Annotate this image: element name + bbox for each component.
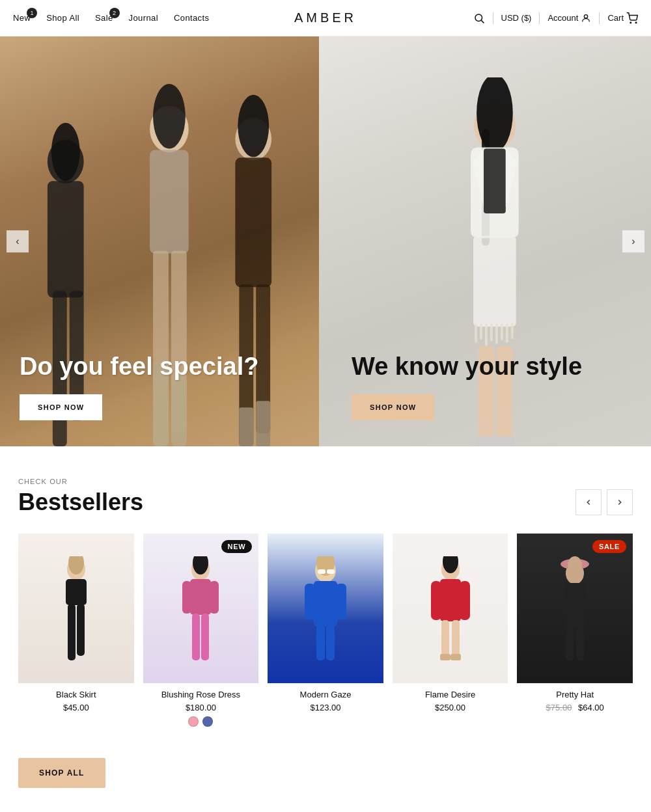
svg-rect-64: [327, 569, 335, 574]
product-price-2: $180.00: [143, 703, 259, 712]
product-image-wrap-2: NEW: [143, 534, 259, 684]
product-image-5: [517, 534, 633, 684]
svg-rect-46: [68, 604, 76, 660]
nav-contacts-label: Contacts: [174, 13, 209, 23]
product-card-black-skirt[interactable]: Black Skirt $45.00: [18, 534, 134, 727]
carousel-prev-button[interactable]: [575, 489, 602, 515]
product-card-modern-gaze[interactable]: Modern Gaze $123.00: [268, 534, 383, 727]
svg-rect-43: [495, 437, 514, 446]
svg-rect-73: [440, 654, 450, 660]
svg-rect-58: [305, 584, 315, 619]
divider-2: [539, 12, 540, 24]
section-title: Bestsellers: [18, 489, 143, 515]
product-card-flame-desire[interactable]: Flame Desire $250.00: [393, 534, 508, 727]
svg-rect-68: [431, 581, 441, 620]
carousel-controls: [575, 489, 633, 515]
svg-point-3: [630, 22, 631, 23]
hero-section: Do you feel special? SHOP NOW: [0, 36, 651, 446]
product-badge-new: NEW: [221, 540, 253, 553]
svg-point-0: [475, 14, 482, 21]
nav-item-contacts[interactable]: Contacts: [174, 13, 209, 23]
product-image-wrap-5: SALE: [517, 534, 633, 684]
svg-rect-74: [450, 654, 461, 660]
divider-3: [599, 12, 600, 24]
nav-left: New 1 Shop All Sale 2 Journal Contacts: [13, 13, 209, 23]
swatch-pink[interactable]: [188, 716, 199, 727]
product-figure-2: [174, 556, 227, 660]
svg-rect-67: [440, 579, 461, 621]
svg-rect-32: [475, 323, 477, 343]
svg-rect-57: [314, 581, 337, 627]
product-figure-4: [424, 556, 477, 660]
product-image-2: [143, 534, 259, 684]
product-name-2: Blushing Rose Dress: [143, 690, 259, 699]
shop-all-button[interactable]: SHOP ALL: [18, 758, 105, 788]
hero-left-content: Do you feel special? SHOP NOW: [20, 353, 258, 420]
currency-label: USD ($): [501, 13, 532, 23]
svg-rect-35: [490, 323, 493, 342]
product-figure-3: [299, 556, 352, 660]
svg-rect-31: [473, 236, 516, 327]
products-grid: Black Skirt $45.00 NEW: [18, 534, 633, 727]
carousel-next-button[interactable]: [607, 489, 633, 515]
svg-rect-80: [576, 627, 584, 660]
bestsellers-section: CHECK OUR Bestsellers: [0, 446, 651, 740]
sale-badge: 2: [109, 8, 120, 18]
svg-rect-79: [566, 627, 574, 660]
cart-button[interactable]: Cart: [607, 12, 638, 24]
hero-left-shop-now-button[interactable]: SHOP NOW: [20, 394, 102, 420]
svg-rect-78: [565, 583, 585, 629]
svg-rect-53: [192, 614, 200, 660]
product-card-blushing-rose[interactable]: NEW Blushing Rose Dress $180.00: [143, 534, 259, 727]
hero-right-shop-now-button[interactable]: SHOP NOW: [352, 394, 434, 420]
swatch-blue[interactable]: [202, 716, 213, 727]
svg-point-9: [51, 123, 80, 182]
search-button[interactable]: [473, 12, 485, 24]
hero-left-headline: Do you feel special?: [20, 353, 258, 381]
svg-rect-36: [495, 323, 498, 344]
svg-rect-33: [480, 323, 482, 340]
product-image-3: [268, 534, 383, 684]
svg-rect-34: [485, 323, 488, 346]
section-title-group: CHECK OUR Bestsellers: [18, 478, 143, 515]
svg-rect-51: [182, 581, 191, 614]
site-logo[interactable]: AMBER: [294, 10, 357, 25]
svg-rect-63: [318, 569, 326, 574]
account-button[interactable]: Account: [547, 13, 591, 23]
product-badge-sale: SALE: [592, 540, 626, 553]
svg-rect-18: [235, 157, 271, 287]
svg-rect-45: [66, 579, 87, 605]
svg-rect-59: [336, 584, 346, 619]
product-figure-5: [549, 556, 601, 660]
product-figure-1: [50, 556, 102, 660]
product-name-5: Pretty Hat: [517, 690, 633, 699]
search-icon: [473, 12, 485, 24]
product-name-4: Flame Desire: [393, 690, 508, 699]
product-original-price-5: $75.00: [546, 703, 572, 712]
svg-rect-11: [150, 150, 189, 253]
color-swatches-2: [143, 716, 259, 727]
hero-next-button[interactable]: ›: [622, 230, 644, 252]
chevron-right-icon: [615, 498, 624, 507]
cart-label: Cart: [607, 13, 624, 23]
product-card-pretty-hat[interactable]: SALE Pretty Hat $75.00 $64.00: [517, 534, 633, 727]
product-image-4: [393, 534, 508, 684]
svg-rect-47: [77, 604, 85, 656]
nav-shop-all-label: Shop All: [46, 13, 79, 23]
svg-rect-52: [210, 581, 219, 614]
nav-item-shop-all[interactable]: Shop All: [46, 13, 79, 23]
chevron-left-icon: [584, 498, 593, 507]
product-image-1: [18, 534, 134, 684]
svg-rect-39: [511, 323, 514, 339]
nav-item-sale[interactable]: Sale 2: [95, 13, 113, 23]
product-image-wrap-3: [268, 534, 383, 684]
product-name-1: Black Skirt: [18, 690, 134, 699]
nav-item-new[interactable]: New 1: [13, 13, 31, 23]
hero-prev-button[interactable]: ‹: [7, 230, 29, 252]
site-header: New 1 Shop All Sale 2 Journal Contacts A…: [0, 0, 651, 36]
svg-line-1: [481, 20, 484, 23]
hero-right-panel: We know your style SHOP NOW: [319, 36, 651, 446]
currency-selector[interactable]: USD ($): [501, 13, 532, 23]
hero-left-panel: Do you feel special? SHOP NOW: [0, 36, 319, 446]
nav-item-journal[interactable]: Journal: [129, 13, 158, 23]
